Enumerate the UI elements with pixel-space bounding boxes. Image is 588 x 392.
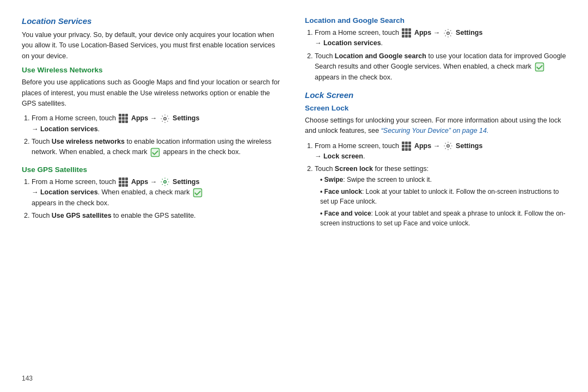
settings-label-4: Settings xyxy=(456,142,482,150)
screen-lock-title: Screen Lock xyxy=(305,104,566,112)
gps-step-1: From a Home screen, touch Apps → Setting… xyxy=(32,177,283,209)
location-services-link-3: Location services xyxy=(323,39,381,47)
screen-lock-options: Swipe: Swipe the screen to unlock it. Fa… xyxy=(320,175,566,228)
left-column: Location Services You value your privacy… xyxy=(22,16,283,236)
settings-icon-2 xyxy=(160,177,170,187)
use-gps-section: Use GPS Satellites From a Home screen, t… xyxy=(22,166,283,222)
location-google-title: Location and Google Search xyxy=(305,16,566,24)
screen-lock-steps: From a Home screen, touch Apps → Setting… xyxy=(315,141,566,228)
check-icon-2 xyxy=(193,188,203,198)
location-google-section: Location and Google Search From a Home s… xyxy=(305,16,566,83)
lock-screen-section: Lock Screen Screen Lock Choose settings … xyxy=(305,90,566,228)
apps-icon-3 xyxy=(402,28,411,38)
location-services-intro: You value your privacy. So, by default, … xyxy=(22,30,283,62)
use-gps-title: Use GPS Satellites xyxy=(22,166,283,174)
settings-label: Settings xyxy=(173,114,199,122)
apps-icon-4 xyxy=(402,142,411,151)
securing-device-ref: “Securing Your Device” on page 14. xyxy=(381,127,489,134)
svg-point-6 xyxy=(446,145,449,148)
settings-icon-4 xyxy=(443,141,453,151)
apps-icon-2 xyxy=(119,177,128,187)
lg-step-1: From a Home screen, touch Apps → Setting… xyxy=(315,28,566,49)
step-1: From a Home screen, touch Apps → Setting… xyxy=(32,113,283,134)
settings-icon-3 xyxy=(443,28,453,38)
face-unlock-option: Face unlock: Look at your tablet to unlo… xyxy=(320,187,566,206)
face-voice-bold: Face and voice xyxy=(324,210,371,217)
step-2: Touch Use wireless networks to enable lo… xyxy=(32,137,283,158)
face-voice-option: Face and voice: Look at your tablet and … xyxy=(320,209,566,228)
location-services-title: Location Services xyxy=(22,16,283,26)
use-gps-steps: From a Home screen, touch Apps → Setting… xyxy=(32,177,283,222)
screen-lock-bold: Screen lock xyxy=(335,165,373,173)
swipe-bold: Swipe xyxy=(324,176,344,183)
use-wireless-networks-section: Use Wireless Networks Before you use app… xyxy=(22,66,283,158)
use-wireless-body: Before you use applications such as Goog… xyxy=(22,77,283,109)
apps-label-2: Apps xyxy=(131,178,148,186)
location-google-steps: From a Home screen, touch Apps → Setting… xyxy=(315,28,566,83)
sl-step-2: Touch Screen lock for these settings: Sw… xyxy=(315,164,566,228)
gps-step-2: Touch Use GPS satellites to enable the G… xyxy=(32,211,283,221)
location-services-section: Location Services You value your privacy… xyxy=(22,16,283,221)
apps-label-4: Apps xyxy=(414,142,431,150)
location-services-link-2: Location services xyxy=(40,188,98,196)
use-gps-bold: Use GPS satellites xyxy=(52,212,112,219)
check-icon xyxy=(150,148,160,157)
apps-label: Apps xyxy=(131,114,148,122)
lock-screen-title: Lock Screen xyxy=(305,90,566,100)
use-wireless-title: Use Wireless Networks xyxy=(22,66,283,74)
main-content: Location Services You value your privacy… xyxy=(22,16,566,236)
svg-point-0 xyxy=(163,118,166,120)
svg-point-4 xyxy=(446,32,449,34)
face-unlock-bold: Face unlock xyxy=(324,188,362,195)
settings-label-2: Settings xyxy=(173,178,199,186)
page-number: 143 xyxy=(22,375,33,382)
swipe-option: Swipe: Swipe the screen to unlock it. xyxy=(320,175,566,185)
use-wireless-bold: Use wireless networks xyxy=(52,138,125,145)
lg-step-2: Touch Location and Google search to use … xyxy=(315,51,566,83)
sl-step-1: From a Home screen, touch Apps → Setting… xyxy=(315,141,566,162)
screen-lock-body: Choose settings for unlocking your scree… xyxy=(305,115,566,137)
location-services-link: Location services xyxy=(40,125,98,133)
right-column: Location and Google Search From a Home s… xyxy=(305,16,566,236)
settings-label-3: Settings xyxy=(456,29,482,36)
settings-icon xyxy=(160,114,170,124)
location-google-bold: Location and Google search xyxy=(335,52,426,60)
use-wireless-steps: From a Home screen, touch Apps → Setting… xyxy=(32,113,283,158)
svg-point-2 xyxy=(163,181,166,183)
apps-label-3: Apps xyxy=(414,29,431,36)
check-icon-3 xyxy=(535,62,544,72)
lock-screen-link: Lock screen xyxy=(323,152,363,160)
apps-icon xyxy=(119,114,128,123)
